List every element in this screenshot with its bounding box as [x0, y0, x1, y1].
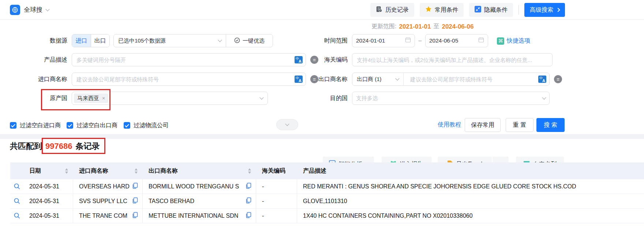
- hs-code-field: [352, 53, 553, 66]
- table-row: 2024-05-31 SVS SUPPLY LLC TASCO BERHAD -…: [10, 194, 644, 209]
- top-bar: 全球搜 历史记录 常用条件 隐藏条件: [0, 0, 644, 20]
- cell-exporter: METTUBE INTERNATIONAL SDN: [143, 209, 256, 223]
- end-date-input[interactable]: 2024-06-05: [425, 34, 488, 47]
- equals-circle-icon[interactable]: =: [554, 75, 562, 83]
- end-date-value: 2024-06-05: [429, 37, 458, 44]
- destination-country-select[interactable]: 支持多选: [352, 92, 550, 105]
- star-icon: [425, 6, 432, 14]
- start-date-input[interactable]: 2024-01-01: [352, 34, 415, 47]
- result-suffix: 条记录: [75, 141, 100, 152]
- product-desc-input[interactable]: [76, 54, 292, 66]
- result-prefix: 共匹配到: [10, 141, 42, 152]
- row-search-button[interactable]: [10, 209, 23, 223]
- exporter-name: TASCO BERHAD: [149, 198, 194, 205]
- remove-tag-icon[interactable]: ×: [102, 95, 105, 101]
- hs-code-label: 海关编码: [280, 53, 348, 66]
- importer-label: 进口商名称: [0, 73, 67, 86]
- trade-direction-tabs: 进口 出口: [72, 34, 110, 47]
- favorites-button[interactable]: 常用条件: [420, 3, 464, 17]
- copy-icon[interactable]: [132, 197, 138, 205]
- tab-export[interactable]: 出口: [91, 34, 110, 47]
- command-icon: ⌘: [497, 37, 504, 45]
- search-button[interactable]: 搜 索: [536, 118, 565, 132]
- checkbox-checked-icon: [67, 122, 73, 129]
- copy-icon[interactable]: [245, 197, 251, 205]
- check-circle-icon: [234, 37, 240, 44]
- quick-options: ⌘ 快捷选项: [497, 37, 530, 45]
- copy-icon[interactable]: [245, 183, 251, 190]
- exporter-input[interactable]: [407, 73, 535, 85]
- header-cell-hs-code: 海关编码: [256, 162, 297, 179]
- data-source-select[interactable]: 已选中105个数据源: [114, 34, 226, 47]
- cell-description: GLOVE,1101310: [297, 194, 644, 208]
- copy-icon[interactable]: [245, 212, 251, 220]
- importer-name: SVS SUPPLY LLC: [79, 198, 127, 205]
- cell-hs-code: -: [256, 179, 297, 194]
- exporter-field: 出口商 (1) 中A: [352, 73, 550, 86]
- translate-en: A: [542, 78, 545, 83]
- global-search-page: 全球搜 历史记录 常用条件 隐藏条件: [0, 0, 644, 250]
- save-common-button[interactable]: 保存常用: [465, 118, 501, 132]
- chevron-right-icon: [556, 8, 560, 12]
- cell-exporter: TASCO BERHAD: [143, 194, 256, 208]
- reset-button[interactable]: 重 置: [506, 118, 533, 132]
- update-range: 更新范围: 2021-01-01 至 2024-06-06: [371, 23, 473, 30]
- row-search-button[interactable]: [10, 179, 23, 194]
- tutorial-link[interactable]: 使用教程: [438, 121, 461, 129]
- importer-field: 中A: [72, 73, 306, 86]
- tab-import[interactable]: 进口: [72, 34, 91, 47]
- update-range-to: 至: [433, 23, 439, 30]
- selected-country-tag[interactable]: 马来西亚 ×: [74, 93, 108, 103]
- translate-icon[interactable]: 中A: [538, 76, 546, 83]
- filter-blank-importer-checkbox[interactable]: 过滤空白进口商: [10, 121, 61, 129]
- update-range-start: 2021-01-01: [399, 23, 431, 30]
- copy-icon[interactable]: [132, 183, 138, 190]
- cell-date: 2024-05-31: [23, 194, 73, 208]
- hide-conditions-button[interactable]: 隐藏条件: [469, 3, 513, 17]
- chevron-down-icon: [285, 122, 289, 126]
- cell-importer: OVERSEAS HARD: [73, 179, 143, 194]
- magnifier-icon: [14, 198, 20, 205]
- header-cell-exporter[interactable]: 出口商名称: [143, 162, 256, 179]
- row-search-button[interactable]: [10, 194, 23, 208]
- chevron-down-icon: [218, 38, 222, 42]
- collapse-form-toggle[interactable]: [276, 119, 298, 130]
- advanced-search-button[interactable]: 高级搜索: [524, 3, 565, 17]
- copy-icon[interactable]: [132, 212, 138, 220]
- header-label: 出口商名称: [149, 167, 178, 175]
- checkbox-checked-icon: [10, 122, 16, 129]
- header-cell-date[interactable]: 日期: [23, 162, 73, 179]
- chevron-down-icon: [45, 7, 49, 11]
- filter-label: 过滤空白出口商: [76, 122, 117, 129]
- start-date-value: 2024-01-01: [356, 37, 385, 44]
- collapse-icon: [475, 6, 481, 14]
- exporter-label: 出口商名称: [280, 73, 348, 86]
- origin-country-select[interactable]: 马来西亚 ×: [72, 92, 268, 105]
- filter-label: 过滤物流公司: [134, 122, 169, 129]
- chevron-down-icon: [542, 95, 546, 99]
- exporter-name: METTUBE INTERNATIONAL SDN: [149, 213, 238, 219]
- history-icon: [376, 6, 382, 14]
- table-row: 2024-05-31 OVERSEAS HARD BORMILL WOOD TR…: [10, 179, 644, 194]
- quick-options-link[interactable]: 快捷选项: [507, 37, 530, 45]
- advanced-search-label: 高级搜索: [530, 6, 553, 14]
- exporter-type-select[interactable]: 出口商 (1): [352, 73, 404, 85]
- chevron-down-icon: [395, 76, 399, 80]
- update-range-end: 2024-06-06: [442, 23, 473, 30]
- one-click-optimize-button[interactable]: 一键优选: [226, 34, 273, 47]
- importer-input[interactable]: [76, 73, 292, 85]
- destination-placeholder: 支持多选: [356, 95, 378, 102]
- header-cell-importer[interactable]: 进口商名称: [73, 162, 143, 179]
- cell-description: 1X40 HC CONTAINERS CONTAINING,PART NO X0…: [297, 209, 644, 223]
- results-table: 日期 进口商名称 出口商名称 海关编码 产品描述 2024-05-31: [10, 162, 644, 223]
- divider: [518, 5, 519, 15]
- app-switcher[interactable]: 全球搜: [10, 5, 49, 15]
- destination-country-label: 目的国: [280, 92, 348, 105]
- filter-blank-exporter-checkbox[interactable]: 过滤空白出口商: [67, 121, 117, 129]
- filter-label: 过滤空白进口商: [20, 122, 61, 129]
- hs-code-input[interactable]: [356, 54, 548, 66]
- exporter-name: BORMILL WOOD TRENGGANU S: [149, 183, 239, 190]
- tag-label: 马来西亚: [77, 95, 99, 102]
- history-button[interactable]: 历史记录: [370, 3, 414, 17]
- filter-logistics-checkbox[interactable]: 过滤物流公司: [124, 121, 169, 129]
